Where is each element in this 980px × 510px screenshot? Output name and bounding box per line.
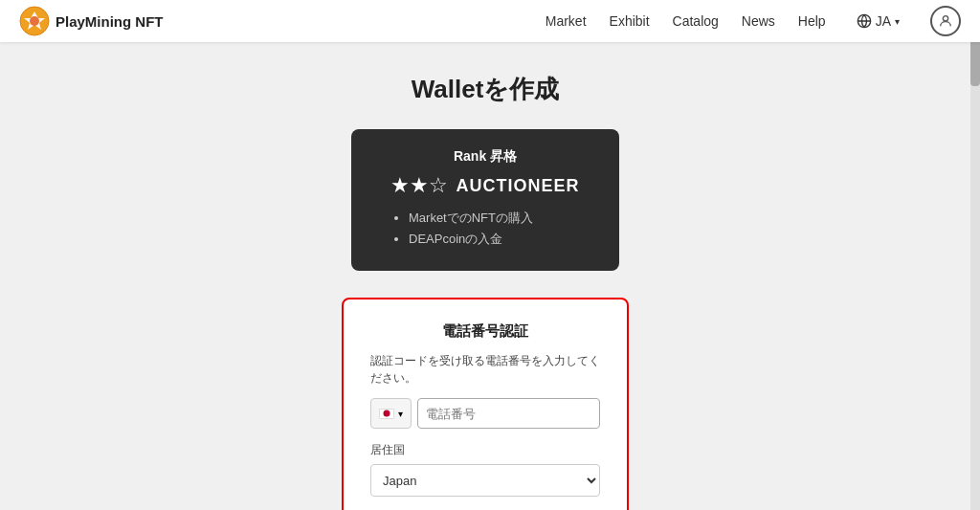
phone-number-input[interactable] <box>417 398 600 429</box>
country-field-label: 居住国 <box>370 442 600 458</box>
main-content: Walletを作成 Rank 昇格 ★★☆ AUCTIONEER Marketで… <box>0 42 980 510</box>
chevron-down-icon: ▾ <box>398 409 403 419</box>
flag-japan <box>379 409 394 419</box>
verify-description: 認証コードを受け取る電話番号を入力してください。 <box>370 352 600 387</box>
user-icon <box>938 13 953 29</box>
logo-text: PlayMining NFT <box>56 13 164 30</box>
nav-news[interactable]: News <box>742 13 775 29</box>
country-dropdown[interactable]: Japan United States China Korea Other <box>370 464 600 497</box>
lang-chevron: ▾ <box>895 16 900 27</box>
scrollbar[interactable] <box>970 0 980 510</box>
main-nav: Market Exhibit Catalog News Help JA ▾ <box>546 6 961 36</box>
nav-market[interactable]: Market <box>546 13 587 29</box>
rank-name: AUCTIONEER <box>456 176 579 196</box>
nav-help[interactable]: Help <box>798 13 826 29</box>
logo[interactable]: PlayMining NFT <box>19 6 546 36</box>
nav-catalog[interactable]: Catalog <box>673 13 719 29</box>
rank-label: Rank 昇格 <box>390 148 581 166</box>
svg-point-4 <box>943 16 947 21</box>
nav-exhibit[interactable]: Exhibit <box>610 13 650 29</box>
stars-display: ★★☆ <box>390 173 448 198</box>
phone-input-row: ▾ <box>370 398 600 429</box>
verify-title: 電話番号認証 <box>370 322 600 341</box>
user-avatar-button[interactable] <box>930 6 961 36</box>
lang-label: JA <box>876 13 891 29</box>
rank-feature-2: DEAPcoinの入金 <box>409 231 581 248</box>
rank-card: Rank 昇格 ★★☆ AUCTIONEER MarketでのNFTの購入 DE… <box>351 129 619 271</box>
header: PlayMining NFT Market Exhibit Catalog Ne… <box>0 0 980 42</box>
svg-point-2 <box>30 16 39 26</box>
country-code-selector[interactable]: ▾ <box>370 398 412 429</box>
phone-verification-card: 電話番号認証 認証コードを受け取る電話番号を入力してください。 ▾ 居住国 Ja… <box>342 298 629 510</box>
globe-icon <box>857 13 872 29</box>
language-selector[interactable]: JA ▾ <box>857 13 900 29</box>
rank-features: MarketでのNFTの購入 DEAPcoinの入金 <box>390 210 581 248</box>
logo-icon <box>19 6 50 36</box>
page-title: Walletを作成 <box>412 73 560 106</box>
rank-feature-1: MarketでのNFTの購入 <box>409 210 581 227</box>
rank-stars: ★★☆ AUCTIONEER <box>390 173 581 198</box>
